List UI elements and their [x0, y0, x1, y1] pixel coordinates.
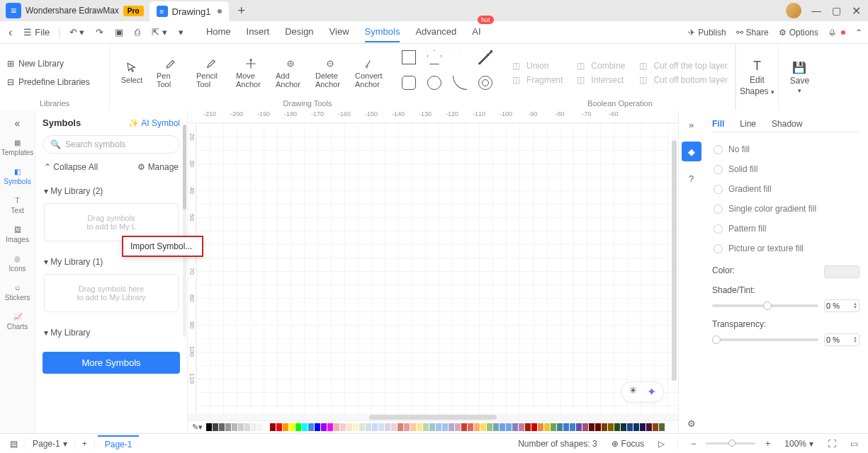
close-button[interactable]: ✕: [851, 4, 861, 18]
palette-swatch[interactable]: [608, 423, 614, 431]
shape-rectangle[interactable]: [402, 50, 416, 64]
nav-templates[interactable]: ▦Templates: [4, 133, 32, 162]
publish-button[interactable]: ✈ Publish: [688, 28, 726, 38]
settings-gear-icon[interactable]: ⚙: [682, 413, 701, 433]
palette-swatch[interactable]: [595, 423, 601, 431]
palette-swatch[interactable]: [238, 423, 244, 431]
delete-anchor-tool[interactable]: Delete Anchor: [315, 57, 345, 88]
more-symbols-button[interactable]: More Symbols: [43, 352, 180, 374]
presentation-icon[interactable]: ▷: [654, 439, 669, 449]
minimize-button[interactable]: —: [811, 5, 821, 16]
props-tab-shadow[interactable]: Shadow: [772, 116, 802, 132]
palette-swatch[interactable]: [276, 423, 282, 431]
save-button[interactable]: 💾 Save ▾: [778, 44, 821, 110]
fit-page-icon[interactable]: ⛶: [823, 439, 840, 449]
menu-view[interactable]: View: [329, 22, 349, 42]
nav-images[interactable]: 🖼Images: [4, 220, 32, 249]
manage-button[interactable]: ⚙ Manage: [137, 162, 179, 172]
menu-advanced[interactable]: Advanced: [415, 22, 456, 42]
palette-swatch[interactable]: [423, 423, 429, 431]
save-icon[interactable]: ▣: [112, 25, 126, 39]
select-tool[interactable]: Select: [117, 62, 147, 84]
ai-sparkle-icon[interactable]: ✦: [647, 385, 656, 398]
palette-swatch[interactable]: [551, 423, 556, 431]
palette-swatch[interactable]: [340, 423, 346, 431]
props-tab-fill[interactable]: Fill: [712, 116, 724, 132]
palette-swatch[interactable]: [461, 423, 467, 431]
palette-swatch[interactable]: [346, 423, 352, 431]
palette-swatch[interactable]: [372, 423, 378, 431]
palette-swatch[interactable]: [366, 423, 371, 431]
zoom-slider[interactable]: [706, 442, 755, 445]
palette-swatch[interactable]: [398, 423, 403, 431]
page-selector[interactable]: Page-1 ▾: [28, 439, 72, 449]
palette-swatch[interactable]: [570, 423, 575, 431]
palette-swatch[interactable]: [232, 423, 237, 431]
expand-right-panel[interactable]: »: [682, 115, 701, 134]
print-icon[interactable]: ⎙: [132, 25, 143, 39]
menu-home[interactable]: Home: [206, 22, 231, 42]
shape-star[interactable]: [453, 50, 467, 64]
nav-charts[interactable]: 📈Charts: [4, 307, 32, 336]
canvas-hscroll[interactable]: [188, 413, 678, 420]
options-button[interactable]: ⚙ Options: [779, 28, 818, 38]
palette-swatch[interactable]: [244, 423, 250, 431]
palette-swatch[interactable]: [270, 423, 276, 431]
palette-swatch[interactable]: [659, 423, 665, 431]
shape-arc[interactable]: [453, 76, 467, 90]
palette-swatch[interactable]: [621, 423, 626, 431]
share-button[interactable]: ⚯ Share: [736, 28, 769, 38]
pen-tool[interactable]: Pen Tool: [157, 57, 186, 88]
palette-swatch[interactable]: [633, 423, 639, 431]
shape-pentagon[interactable]: [427, 50, 441, 64]
palette-swatch[interactable]: [487, 423, 492, 431]
palette-swatch[interactable]: [500, 423, 505, 431]
palette-swatch[interactable]: [206, 423, 212, 431]
shape-ring[interactable]: [478, 76, 492, 90]
user-avatar[interactable]: [786, 3, 801, 18]
cut-top-button[interactable]: ◫Cut off the top layer: [639, 61, 728, 71]
palette-swatch[interactable]: [257, 423, 263, 431]
zoom-value[interactable]: 100% ▾: [780, 439, 818, 449]
shade-slider[interactable]: [712, 304, 818, 307]
undo-button[interactable]: ↶ ▾: [67, 25, 88, 39]
palette-swatch[interactable]: [653, 423, 658, 431]
palette-swatch[interactable]: [436, 423, 441, 431]
palette-swatch[interactable]: [429, 423, 435, 431]
shape-circle[interactable]: [427, 76, 441, 90]
document-tab[interactable]: ≡ Drawing1: [150, 1, 230, 21]
palette-swatch[interactable]: [602, 423, 607, 431]
palette-swatch[interactable]: [225, 423, 231, 431]
cut-bottom-button[interactable]: ◫Cut off bottom layer: [639, 75, 728, 85]
palette-swatch[interactable]: [302, 423, 308, 431]
collapse-ribbon[interactable]: ⌃: [855, 28, 862, 38]
menu-ai[interactable]: AIhot: [472, 22, 480, 42]
palette-swatch[interactable]: [640, 423, 646, 431]
transparency-value[interactable]: 0 %▲▼: [824, 333, 859, 346]
shape-rounded-rect[interactable]: [402, 76, 416, 90]
nav-symbols[interactable]: ◧Symbols: [4, 162, 32, 191]
union-button[interactable]: ◫Union: [512, 61, 563, 71]
palette-swatch[interactable]: [525, 423, 531, 431]
palette-swatch[interactable]: [544, 423, 550, 431]
palette-swatch[interactable]: [334, 423, 339, 431]
shape-line[interactable]: [478, 50, 492, 64]
palette-swatch[interactable]: [512, 423, 518, 431]
fill-none[interactable]: No fill: [712, 139, 859, 159]
palette-swatch[interactable]: [378, 423, 384, 431]
search-symbols-input[interactable]: 🔍 Search symbols: [43, 135, 180, 154]
back-button[interactable]: ‹: [6, 25, 15, 40]
palette-swatch[interactable]: [506, 423, 512, 431]
palette-swatch[interactable]: [213, 423, 218, 431]
palette-swatch[interactable]: [474, 423, 480, 431]
predefine-libraries-button[interactable]: ⊟Predefine Libraries: [7, 77, 102, 87]
fragment-button[interactable]: ◫Fragment: [512, 75, 563, 85]
library-header-2[interactable]: ▾ My Library: [44, 323, 179, 342]
fill-picture[interactable]: Picture or texture fill: [712, 239, 859, 258]
palette-swatch[interactable]: [493, 423, 499, 431]
menu-symbols[interactable]: Symbols: [365, 22, 400, 42]
palette-swatch[interactable]: [646, 423, 652, 431]
focus-button[interactable]: ⊕ Focus: [607, 439, 649, 449]
fill-single-gradient[interactable]: Single color gradient fill: [712, 199, 859, 219]
palette-swatch[interactable]: [353, 423, 359, 431]
